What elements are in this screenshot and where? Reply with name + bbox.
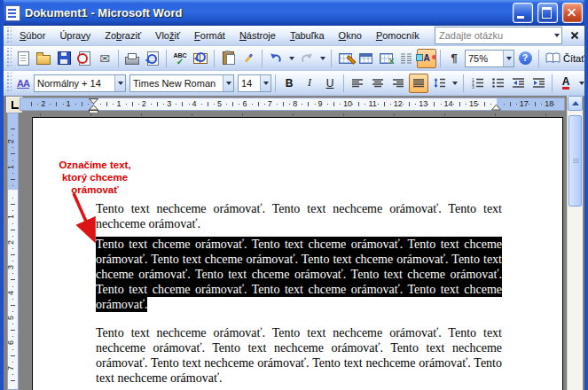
line-spacing-dropdown[interactable] [450,75,459,91]
research-button[interactable] [191,49,210,68]
toolbar-separator [463,74,464,92]
help-button[interactable]: ? [515,49,535,68]
line-spacing-button[interactable] [429,74,449,93]
minimize-icon [517,16,524,19]
menu-vlozit[interactable]: Vložiť [148,27,187,43]
style-dropdown[interactable] [114,75,125,91]
align-right-icon [392,78,404,89]
decrease-indent-button[interactable] [508,74,528,93]
increase-indent-button[interactable] [529,74,548,93]
document-page[interactable]: Označíme text, ktorý chceme orámovať Ten… [32,117,563,390]
size-dropdown[interactable] [260,75,270,91]
scrollbar-thumb[interactable] [568,115,582,207]
print-button[interactable] [122,49,142,68]
show-hide-button[interactable]: ¶ [444,49,464,68]
menu-upravy[interactable]: Úpravy [52,27,98,43]
spelling-abc-icon: ABC✓ [173,52,186,65]
styles-and-formatting-button[interactable]: AA [13,74,33,93]
toolbar-grip-handle[interactable] [5,73,12,93]
font-color-button[interactable]: A [556,74,576,93]
close-button[interactable] [562,3,583,23]
window-title: Dokument1 - Microsoft Word [25,6,508,20]
toolbar-separator [166,50,167,67]
align-left-button[interactable] [348,74,367,93]
justify-button[interactable] [409,74,428,93]
font-combo[interactable]: Times New Roman [129,74,234,92]
drawing-icon: A [423,53,429,63]
paste-button[interactable] [218,49,238,68]
maximize-icon [542,7,552,19]
paragraph-unbordered-top[interactable]: Tento text nechceme orámovať. Tento text… [96,201,502,231]
read-book-icon [545,52,561,64]
style-combo[interactable]: Normálny + 14 [34,74,126,92]
document-text[interactable]: Tento text nechceme orámovať. Tento text… [96,201,502,386]
toolbar-grip-handle[interactable] [5,48,12,68]
insert-excel-button[interactable]: X [376,49,396,68]
font-value: Times New Roman [133,78,223,89]
open-button[interactable] [34,49,53,68]
h-ruler[interactable]: 211234567891011121314151718 [20,98,565,111]
font-color-dropdown[interactable] [576,75,586,91]
menu-bar: Súbor Úpravy Zobraziť Vložiť Formát Nást… [4,26,584,46]
columns-button[interactable] [396,49,416,68]
email-button[interactable]: ✉ [95,49,114,68]
font-dropdown[interactable] [223,75,233,91]
menu-nastroje[interactable]: Nástroje [232,27,283,43]
selected-text[interactable]: Tento text chceme orámovať. Tento text c… [96,237,502,312]
menu-tabulka[interactable]: Tabuľka [283,27,332,43]
italic-label: I [308,76,311,90]
redo-button[interactable] [297,49,317,68]
menu-grip-handle[interactable] [5,27,12,43]
bullets-button[interactable] [488,74,507,93]
bold-button[interactable]: B [279,74,299,93]
permission-button[interactable] [74,49,94,68]
save-button[interactable] [54,49,74,68]
insert-table-button[interactable] [356,49,375,68]
numbered-list-icon: 123 [471,77,484,89]
new-document-icon [18,51,29,66]
menubar-close-button[interactable] [568,28,582,43]
ask-question-box[interactable]: Zadajte otázku [435,27,562,44]
print-preview-button[interactable] [143,49,162,68]
vertical-scrollbar[interactable] [567,96,583,390]
toolbar-separator [440,50,441,67]
right-indent-marker[interactable] [491,104,502,111]
open-folder-icon [36,55,51,65]
print-preview-icon [147,51,159,66]
align-left-icon [351,78,364,89]
spelling-button[interactable]: ABC✓ [170,49,190,68]
undo-dropdown[interactable] [286,51,296,66]
tables-and-borders-button[interactable] [335,49,355,68]
numbering-button[interactable]: 123 [467,74,487,93]
underline-button[interactable]: U [320,74,340,93]
menu-pomocnik[interactable]: Pomocník [369,27,427,43]
size-combo[interactable]: 14 [238,74,271,92]
zoom-combo[interactable]: 75% [465,50,514,67]
align-center-icon [372,78,384,89]
menu-okno[interactable]: Okno [332,27,369,43]
menu-subor[interactable]: Súbor [12,27,52,43]
ask-question-placeholder: Zadajte otázku [439,30,552,41]
menu-format[interactable]: Formát [187,27,232,43]
new-document-button[interactable] [13,49,33,68]
maximize-button[interactable] [537,3,558,23]
paragraph-selected[interactable]: Tento text chceme orámovať. Tento text c… [96,237,502,312]
align-right-button[interactable] [388,74,408,93]
ask-question-dropdown[interactable] [552,27,561,43]
menu-zobrazit[interactable]: Zobraziť [98,27,148,43]
font-color-icon: A [562,77,570,90]
format-painter-button[interactable] [239,49,258,68]
read-button[interactable]: Čítať [543,49,587,68]
scroll-up-button[interactable] [568,96,583,111]
align-center-button[interactable] [368,74,388,93]
v-ruler[interactable]: 211234567 [7,113,19,390]
zoom-dropdown[interactable] [503,51,514,66]
paragraph-unbordered-bottom[interactable]: Tento text nechceme orámovať. Tento text… [96,325,502,386]
undo-button[interactable] [266,49,286,68]
toolbar-separator [118,50,119,67]
italic-button[interactable]: I [300,74,319,93]
drawing-button[interactable]: A [417,49,436,68]
toolbar-separator [552,74,553,92]
redo-dropdown[interactable] [318,51,327,66]
minimize-button[interactable] [513,3,533,23]
